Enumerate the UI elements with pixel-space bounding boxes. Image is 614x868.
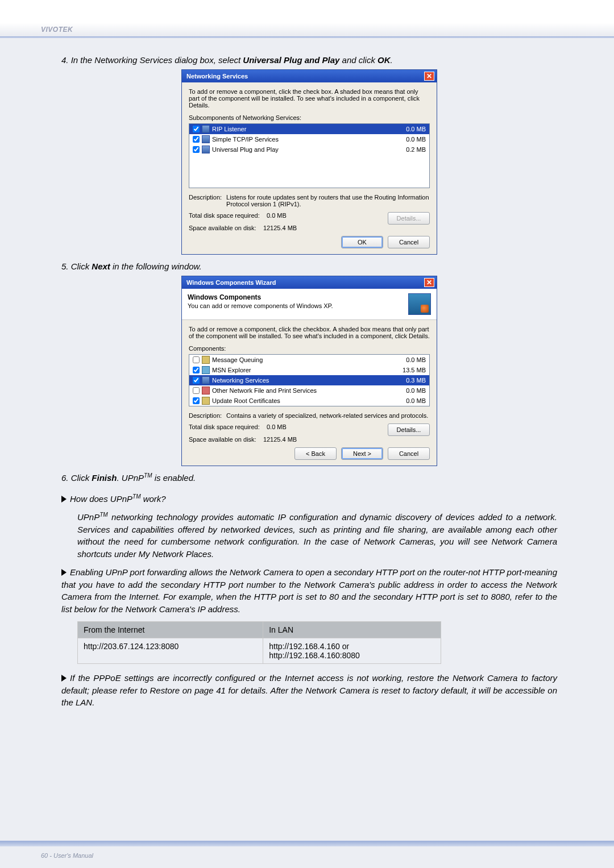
list-item-label: Simple TCP/IP Services xyxy=(212,136,279,143)
component-icon xyxy=(202,366,210,374)
component-icon xyxy=(202,356,210,364)
list-item-size: 0.0 MB xyxy=(406,136,426,143)
faq-heading: How does UPnPTM work? xyxy=(61,493,557,505)
avail-space-value: 12125.4 MB xyxy=(263,225,297,231)
list-item[interactable]: Update Root Certificates 0.0 MB xyxy=(189,396,429,406)
step-6: 6. Click Finish. UPnPTM is enabled. xyxy=(61,472,557,484)
list-item-label: Universal Plug and Play xyxy=(212,146,279,153)
checkbox[interactable] xyxy=(193,136,200,143)
step-5: 5. Click Next in the following window. xyxy=(61,260,557,272)
checkbox[interactable] xyxy=(193,377,200,384)
list-item[interactable]: Message Queuing 0.0 MB xyxy=(189,355,429,365)
subcomponents-listbox[interactable]: RIP Listener 0.0 MB Simple TCP/IP Servic… xyxy=(189,123,430,188)
dialog-hint: To add or remove a component, click the … xyxy=(189,88,430,109)
dialog-networking-services: Networking Services ✕ To add or remove a… xyxy=(181,69,437,255)
table-header: From the Internet xyxy=(78,621,263,638)
total-space-label: Total disk space required: xyxy=(189,423,260,430)
dialog-windows-components: Windows Components Wizard ✕ Windows Comp… xyxy=(181,276,437,466)
back-button[interactable]: < Back xyxy=(294,447,337,460)
list-item-label: MSN Explorer xyxy=(212,367,251,373)
description-label: Description: xyxy=(189,194,222,207)
component-icon xyxy=(202,397,210,405)
dialog-title: Windows Components Wizard xyxy=(186,279,276,286)
list-item-label: Networking Services xyxy=(212,377,269,384)
avail-space-label: Space available on disk: xyxy=(189,436,256,443)
component-icon xyxy=(202,376,210,384)
subcomponents-label: Subcomponents of Networking Services: xyxy=(189,114,430,121)
details-button[interactable]: Details... xyxy=(388,423,430,436)
components-label: Components: xyxy=(189,345,430,352)
list-item-size: 0.0 MB xyxy=(406,397,426,404)
checkbox[interactable] xyxy=(193,126,200,132)
triangle-bullet-icon xyxy=(61,675,67,682)
component-icon xyxy=(202,146,210,153)
list-item-size: 0.0 MB xyxy=(406,356,426,363)
total-space-value: 0.0 MB xyxy=(267,212,287,219)
footer-rule xyxy=(0,841,614,846)
checkbox[interactable] xyxy=(193,356,200,363)
wizard-heading: Windows Components xyxy=(188,293,333,301)
close-icon[interactable]: ✕ xyxy=(424,278,434,287)
cancel-button[interactable]: Cancel xyxy=(388,236,430,248)
cancel-button[interactable]: Cancel xyxy=(388,447,430,460)
faq-body: If the PPPoE settings are incorrectly co… xyxy=(61,672,557,709)
total-space-value: 0.0 MB xyxy=(267,423,287,430)
faq-body: Enabling UPnP port forwarding allows the… xyxy=(61,566,557,616)
wizard-subheading: You can add or remove components of Wind… xyxy=(188,302,333,309)
faq-body: UPnPTM networking technology provides au… xyxy=(61,511,557,560)
details-button: Details... xyxy=(388,212,430,225)
total-space-label: Total disk space required: xyxy=(189,212,260,219)
header-rule xyxy=(0,36,614,38)
footer-text: 60 - User's Manual xyxy=(41,852,93,859)
ok-button[interactable]: OK xyxy=(341,236,383,248)
list-item[interactable]: Simple TCP/IP Services 0.0 MB xyxy=(189,134,429,144)
dialog-hint: To add or remove a component, click the … xyxy=(189,326,430,339)
component-icon xyxy=(202,135,210,143)
components-listbox[interactable]: Message Queuing 0.0 MB MSN Explorer 13.5… xyxy=(189,354,430,406)
list-item-size: 13.5 MB xyxy=(403,367,426,373)
description-label: Description: xyxy=(189,412,222,419)
checkbox[interactable] xyxy=(193,367,200,373)
list-item-label: Update Root Certificates xyxy=(212,397,280,404)
list-item-label: Message Queuing xyxy=(212,356,263,363)
checkbox[interactable] xyxy=(193,387,200,394)
close-icon[interactable]: ✕ xyxy=(424,72,434,81)
list-item-size: 0.0 MB xyxy=(406,387,426,394)
component-icon xyxy=(202,387,210,394)
component-icon xyxy=(202,125,210,133)
description-text: Contains a variety of specialized, netwo… xyxy=(226,412,428,419)
avail-space-value: 12125.4 MB xyxy=(263,436,297,443)
address-table: From the Internet In LAN http://203.67.1… xyxy=(77,621,441,664)
dialog-title: Networking Services xyxy=(186,73,248,80)
triangle-bullet-icon xyxy=(61,569,67,576)
description-text: Listens for route updates sent by router… xyxy=(226,194,430,207)
checkbox[interactable] xyxy=(193,397,200,404)
list-item-size: 0.3 MB xyxy=(406,377,426,384)
list-item-size: 0.2 MB xyxy=(406,146,426,153)
wizard-logo-icon xyxy=(408,293,431,315)
next-button[interactable]: Next > xyxy=(341,447,383,460)
avail-space-label: Space available on disk: xyxy=(189,225,256,231)
list-item[interactable]: Other Network File and Print Services 0.… xyxy=(189,385,429,396)
table-cell: http://192.168.4.160 orhttp://192.168.4.… xyxy=(263,638,441,663)
list-item[interactable]: Networking Services 0.3 MB xyxy=(189,375,429,385)
list-item[interactable]: RIP Listener 0.0 MB xyxy=(189,124,429,134)
triangle-bullet-icon xyxy=(61,496,67,502)
list-item-label: RIP Listener xyxy=(212,126,246,132)
step-4: 4. In the Networking Services dialog box… xyxy=(61,54,557,66)
list-item[interactable]: MSN Explorer 13.5 MB xyxy=(189,365,429,375)
list-item[interactable]: Universal Plug and Play 0.2 MB xyxy=(189,144,429,155)
checkbox[interactable] xyxy=(193,146,200,153)
table-header: In LAN xyxy=(263,621,441,638)
table-cell: http://203.67.124.123:8080 xyxy=(78,638,263,663)
list-item-label: Other Network File and Print Services xyxy=(212,387,317,394)
list-item-size: 0.0 MB xyxy=(406,126,426,132)
brand-label: VIVOTEK xyxy=(41,26,73,34)
